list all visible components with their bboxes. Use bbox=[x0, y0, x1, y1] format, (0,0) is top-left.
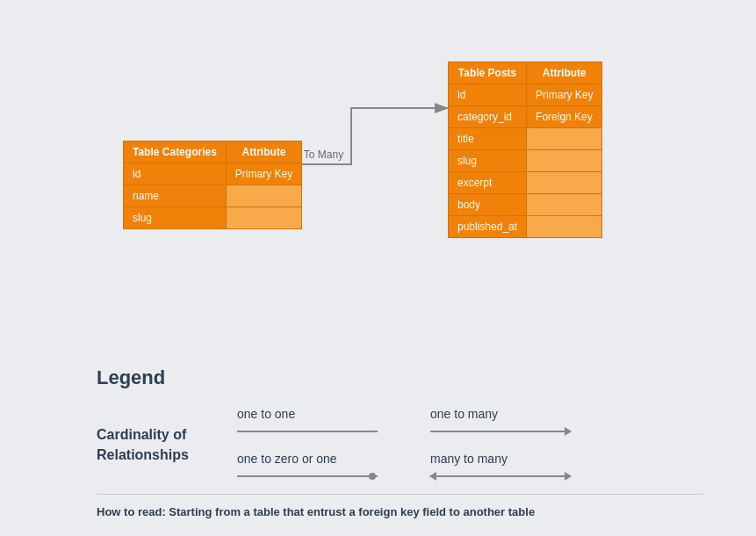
categories-slug: slug bbox=[124, 207, 227, 229]
table-row: published_at bbox=[449, 216, 602, 238]
posts-id-attr: Primary Key bbox=[527, 84, 602, 106]
posts-published-at: published_at bbox=[449, 216, 527, 238]
posts-title-attr bbox=[527, 128, 602, 150]
posts-slug: slug bbox=[449, 150, 527, 172]
one-to-zero-or-one-line bbox=[237, 469, 378, 483]
table-posts-header-name: Table Posts bbox=[449, 62, 527, 84]
table-categories-header-name: Table Categories bbox=[124, 141, 227, 163]
one-to-many-label: one to many bbox=[430, 407, 498, 421]
table-posts-header-attr: Attribute bbox=[527, 62, 602, 84]
posts-excerpt: excerpt bbox=[449, 172, 527, 194]
posts-excerpt-attr bbox=[527, 172, 602, 194]
main-container: One To Many Table Categories Attribute i… bbox=[0, 0, 756, 536]
table-row: title bbox=[449, 128, 602, 150]
many-to-many-label: many to many bbox=[430, 452, 508, 466]
posts-slug-attr bbox=[527, 150, 602, 172]
legend-item-one-to-zero-or-one: one to zero or one bbox=[237, 452, 413, 483]
categories-id: id bbox=[124, 163, 227, 185]
categories-name: name bbox=[124, 185, 227, 207]
line-circle-right bbox=[237, 475, 378, 477]
posts-id: id bbox=[449, 84, 527, 106]
table-row: category_id Foreign Key bbox=[449, 106, 602, 128]
legend-content: Cardinality ofRelationships one to one o… bbox=[97, 407, 623, 483]
line-simple bbox=[237, 431, 378, 432]
posts-title: title bbox=[449, 128, 527, 150]
table-row: slug bbox=[124, 207, 302, 229]
categories-name-attr bbox=[226, 185, 301, 207]
legend-title: Legend bbox=[97, 366, 623, 389]
posts-body-attr bbox=[527, 194, 602, 216]
table-row: slug bbox=[449, 150, 602, 172]
categories-id-attr: Primary Key bbox=[226, 163, 301, 185]
one-to-one-line bbox=[237, 424, 378, 438]
legend-item-many-to-many: many to many bbox=[430, 452, 606, 483]
table-row: name bbox=[124, 185, 302, 207]
tables-area: One To Many Table Categories Attribute i… bbox=[97, 53, 667, 299]
legend-item-one-to-one: one to one bbox=[237, 407, 413, 438]
posts-category-id-attr: Foreign Key bbox=[527, 106, 602, 128]
line-arrow-right bbox=[430, 431, 571, 432]
many-to-many-line bbox=[430, 469, 571, 483]
legend-item-one-to-many: one to many bbox=[430, 407, 606, 438]
legend-section: Legend Cardinality ofRelationships one t… bbox=[97, 366, 623, 483]
categories-slug-attr bbox=[226, 207, 301, 229]
posts-category-id: category_id bbox=[449, 106, 527, 128]
one-to-zero-or-one-label: one to zero or one bbox=[237, 452, 337, 466]
posts-published-at-attr bbox=[527, 216, 602, 238]
table-row: body bbox=[449, 194, 602, 216]
table-row: excerpt bbox=[449, 172, 602, 194]
line-arrow-both bbox=[430, 475, 571, 477]
table-categories-header-attr: Attribute bbox=[226, 141, 301, 163]
one-to-many-line bbox=[430, 424, 571, 438]
how-to-read: How to read: Starting from a table that … bbox=[97, 494, 703, 518]
posts-body: body bbox=[449, 194, 527, 216]
table-row: id Primary Key bbox=[124, 163, 302, 185]
one-to-one-label: one to one bbox=[237, 407, 295, 421]
legend-cardinality-label: Cardinality ofRelationships bbox=[97, 425, 237, 465]
table-row: id Primary Key bbox=[449, 84, 602, 106]
legend-items: one to one one to many one to zero or on… bbox=[237, 407, 606, 483]
table-posts: Table Posts Attribute id Primary Key cat… bbox=[448, 62, 602, 238]
table-categories: Table Categories Attribute id Primary Ke… bbox=[123, 141, 302, 229]
